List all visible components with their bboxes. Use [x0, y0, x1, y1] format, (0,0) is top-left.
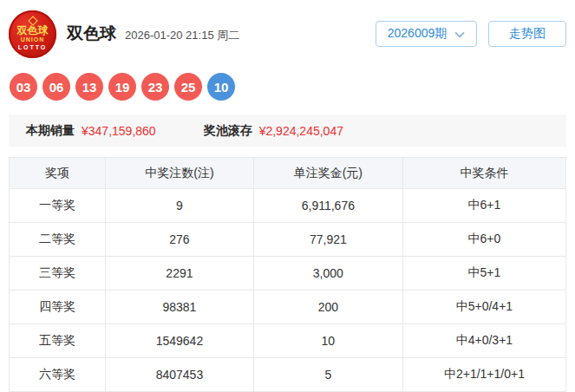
count-cell: 8407453 — [106, 358, 254, 392]
table-row: 六等奖 8407453 5 中2+1/1+1/0+1 — [10, 358, 566, 392]
table-row: 三等奖 2291 3,000 中5+1 — [10, 257, 566, 291]
header-prize: 奖项 — [10, 158, 106, 189]
condition-cell: 中5+0/4+1 — [402, 291, 565, 324]
logo-text-cn: 双色球 — [17, 25, 49, 36]
period-label: 2026009期 — [388, 26, 448, 42]
count-cell: 276 — [106, 223, 254, 257]
page-title: 双色球 — [67, 23, 116, 45]
sales-label: 本期销量 — [26, 123, 75, 139]
header-condition: 中奖条件 — [402, 158, 565, 189]
pool-group: 奖池滚存 ¥2,924,245,047 — [204, 123, 343, 139]
header-count: 中奖注数(注) — [106, 158, 254, 189]
condition-cell: 中2+1/1+1/0+1 — [402, 358, 565, 392]
prize-cell: 五等奖 — [10, 324, 106, 358]
amount-cell: 6,911,676 — [253, 189, 402, 223]
count-cell: 1549642 — [106, 324, 254, 358]
sales-value: ¥347,159,860 — [82, 124, 156, 138]
prize-cell: 一等奖 — [10, 189, 106, 223]
amount-cell: 77,921 — [253, 223, 402, 257]
prize-table-header-row: 奖项 中奖注数(注) 单注奖金(元) 中奖条件 — [10, 158, 566, 189]
table-row: 一等奖 9 6,911,676 中6+1 — [10, 189, 566, 223]
count-cell: 2291 — [106, 257, 254, 291]
header-amount: 单注奖金(元) — [253, 158, 402, 189]
red-ball-1: 03 — [10, 73, 37, 101]
drawn-numbers: 03 06 13 19 23 25 10 — [10, 73, 566, 101]
header: 双色球 UNION LOTTO 双色球 2026-01-20 21:15 周二 … — [9, 9, 566, 59]
pool-value: ¥2,924,245,047 — [259, 124, 343, 138]
prize-cell: 三等奖 — [10, 257, 106, 291]
amount-cell: 10 — [253, 324, 402, 358]
amount-cell: 5 — [253, 358, 402, 392]
logo-text-union: UNION — [21, 36, 45, 43]
prize-table: 奖项 中奖注数(注) 单注奖金(元) 中奖条件 一等奖 9 6,911,676 … — [9, 157, 566, 392]
amount-cell: 200 — [253, 291, 402, 324]
logo-text-lotto: LOTTO — [18, 43, 48, 51]
red-ball-5: 23 — [141, 73, 169, 101]
prize-cell: 二等奖 — [10, 223, 106, 257]
blue-ball: 10 — [207, 73, 235, 101]
pool-label: 奖池滚存 — [204, 123, 252, 139]
union-lotto-logo: 双色球 UNION LOTTO — [9, 10, 56, 58]
table-row: 四等奖 98381 200 中5+0/4+1 — [10, 291, 566, 324]
red-ball-2: 06 — [42, 73, 70, 101]
draw-datetime: 2026-01-20 21:15 周二 — [125, 28, 239, 43]
condition-cell: 中4+0/3+1 — [402, 324, 565, 358]
count-cell: 98381 — [106, 291, 254, 324]
period-selector[interactable]: 2026009期 — [376, 21, 477, 47]
chevron-down-icon — [454, 31, 465, 38]
prize-cell: 四等奖 — [10, 291, 106, 324]
count-cell: 9 — [106, 189, 254, 223]
condition-cell: 中5+1 — [402, 257, 565, 291]
condition-cell: 中6+0 — [402, 223, 565, 257]
table-row: 五等奖 1549642 10 中4+0/3+1 — [10, 324, 566, 358]
condition-cell: 中6+1 — [402, 189, 565, 223]
red-ball-4: 19 — [108, 73, 136, 101]
summary-bar: 本期销量 ¥347,159,860 奖池滚存 ¥2,924,245,047 — [9, 114, 566, 147]
lottery-results-page: 双色球 UNION LOTTO 双色球 2026-01-20 21:15 周二 … — [0, 0, 575, 392]
red-ball-3: 13 — [75, 73, 103, 101]
trend-chart-button[interactable]: 走势图 — [488, 21, 566, 47]
amount-cell: 3,000 — [253, 257, 402, 291]
prize-cell: 六等奖 — [10, 358, 106, 392]
red-ball-6: 25 — [174, 73, 202, 101]
table-row: 二等奖 276 77,921 中6+0 — [10, 223, 566, 257]
